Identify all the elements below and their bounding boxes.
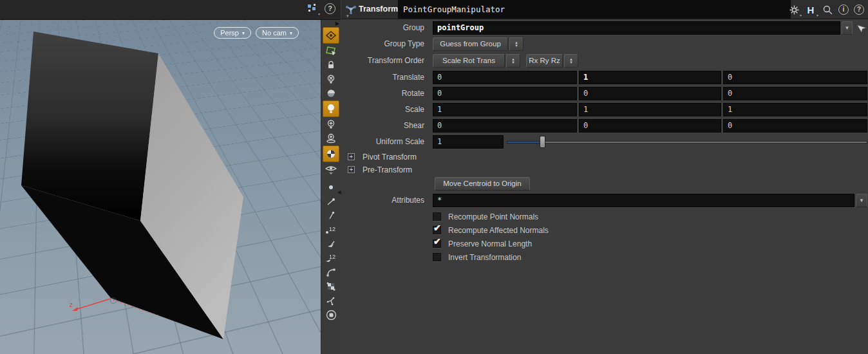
transform-order-menu[interactable]: Scale Rot Trans (433, 54, 505, 68)
rotate-z-field[interactable]: 0 (723, 87, 867, 100)
z-axis-line (75, 299, 111, 310)
group-selection-icon[interactable] (323, 308, 340, 322)
translate-x-field[interactable]: 0 (433, 71, 577, 84)
uniform-scale-slider-track[interactable] (507, 141, 867, 144)
translate-z-field[interactable]: 0 (723, 71, 867, 84)
group-type-label: Group Type (341, 37, 424, 51)
invert-transformation-checkbox[interactable]: ✔ (433, 253, 441, 261)
display-materials-icon[interactable] (323, 145, 339, 162)
scale-y-field[interactable]: 1 (579, 103, 721, 116)
rotate-order-spinner[interactable]: ▲ ▼ (564, 54, 578, 68)
display-origins-icon[interactable] (323, 293, 340, 308)
recompute-affected-normals-checkbox[interactable]: ✔ (433, 226, 441, 234)
node-type-title: Transform (359, 5, 398, 14)
pivot-transform-folder[interactable]: + Pivot Transform (341, 152, 868, 162)
spinner-down-icon: ▼ (514, 44, 518, 48)
svg-text:12: 12 (329, 226, 335, 232)
uniform-scale-slider-handle[interactable] (540, 136, 545, 148)
group-label: Group (341, 21, 424, 35)
hq-lighting-shadows-icon[interactable] (323, 131, 340, 145)
scale-z-field[interactable]: 1 (723, 103, 867, 116)
pre-transform-label: Pre-Transform (363, 165, 412, 175)
parameters-pane: ▾ Transform ▾ H ▾ i ? (341, 0, 868, 354)
parameter-list: Group pointGroup ▼ Group Type Guess from… (341, 19, 868, 354)
select-arrow-icon[interactable] (856, 22, 868, 37)
prim-numbers-icon[interactable]: 12 (323, 251, 340, 265)
display-options-toolbar: ▶ (321, 20, 341, 354)
curve-hulls-icon[interactable] (323, 265, 340, 279)
attributes-dropdown-button[interactable]: ▼ (856, 194, 867, 207)
pre-transform-folder[interactable]: + Pre-Transform (341, 165, 868, 175)
svg-text:12: 12 (329, 254, 335, 260)
pivot-transform-label: Pivot Transform (363, 152, 417, 162)
camera-label: No cam (262, 29, 287, 37)
node-menu-caret-icon[interactable]: ▾ (346, 14, 349, 19)
hq-lighting-icon[interactable] (323, 117, 340, 131)
scene-view-pane: ▾ ? (0, 0, 341, 354)
projection-pill[interactable]: Persp ▾ (214, 27, 251, 39)
expand-plus-icon[interactable]: + (348, 166, 355, 173)
collapse-toolbar-arrow-icon[interactable]: ▶ (335, 21, 339, 27)
camera-caret-icon: ▾ (290, 30, 292, 36)
attributes-field[interactable]: * (433, 194, 854, 207)
point-trails-icon[interactable] (323, 209, 340, 223)
no-lighting-icon[interactable] (323, 72, 340, 86)
link-order-caret: ▾ (318, 12, 320, 16)
help-icon[interactable]: ? (854, 5, 864, 15)
shear-y-field[interactable]: 0 (579, 119, 721, 133)
secure-selection-icon[interactable] (323, 44, 340, 58)
3d-viewport[interactable]: z Persp ▾ No cam ▾ (0, 20, 321, 354)
uniform-scale-label: Uniform Scale (341, 135, 424, 149)
houdini-glyph: H (807, 5, 815, 15)
group-type-menu[interactable]: Guess from Group (433, 37, 508, 51)
spinner-down-icon: ▼ (569, 61, 573, 64)
point-normals-icon[interactable] (323, 194, 340, 209)
projection-caret-icon: ▾ (242, 30, 245, 36)
rotate-x-field[interactable]: 0 (433, 87, 577, 100)
recompute-point-normals-checkbox[interactable]: ✔ (433, 212, 441, 221)
transform-order-spinner[interactable]: ▲ ▼ (506, 54, 520, 68)
parameter-header-bar: ▾ Transform ▾ H ▾ i ? (341, 0, 868, 19)
info-icon[interactable]: i (838, 5, 849, 15)
gear-icon[interactable]: ▾ (788, 4, 800, 15)
z-axis-label: z (69, 301, 73, 308)
rotate-label: Rotate (341, 87, 424, 100)
group-type-spinner[interactable]: ▲ ▼ (509, 37, 524, 51)
translate-label: Translate (341, 71, 424, 84)
scale-x-field[interactable]: 1 (433, 103, 577, 116)
translate-y-field[interactable]: 1 (579, 71, 721, 84)
preserve-normal-length-checkbox[interactable]: ✔ (433, 239, 441, 248)
z-axis-arrowhead (72, 307, 78, 311)
display-textures-icon[interactable] (323, 279, 340, 293)
shear-x-field[interactable]: 0 (433, 119, 577, 133)
viewport-help-icon[interactable]: ? (325, 3, 335, 14)
transform-order-label: Transform Order (341, 54, 424, 68)
spinner-down-icon: ▼ (511, 61, 515, 64)
group-dropdown-button[interactable]: ▼ (842, 21, 853, 35)
node-name-input[interactable] (398, 0, 791, 19)
camera-pill[interactable]: No cam ▾ (256, 27, 299, 39)
houdini-help-icon[interactable]: H ▾ (805, 4, 816, 15)
link-order-glyph (307, 3, 317, 14)
normal-lighting-icon[interactable] (323, 100, 339, 117)
rotate-y-field[interactable]: 0 (579, 87, 721, 100)
headlight-only-icon[interactable] (323, 86, 340, 100)
expand-plus-icon[interactable]: + (348, 153, 355, 160)
show-handles-icon[interactable] (323, 27, 339, 44)
rotate-order-menu[interactable]: Rx Ry Rz (526, 54, 563, 68)
search-icon[interactable] (822, 4, 833, 15)
lock-camera-icon[interactable] (323, 58, 340, 72)
recompute-point-normals-label: Recompute Point Normals (448, 212, 538, 222)
prim-normals-icon[interactable] (323, 237, 340, 251)
uniform-scale-field[interactable]: 1 (433, 135, 504, 149)
point-numbers-icon[interactable]: 12 (323, 223, 340, 237)
uniform-scale-slider-fill (507, 141, 543, 144)
link-order-icon[interactable]: ▾ (307, 3, 318, 14)
shear-z-field[interactable]: 0 (723, 119, 867, 133)
check-icon: ✔ (433, 236, 441, 247)
group-field[interactable]: pointGroup (433, 21, 840, 35)
move-centroid-button[interactable]: Move Centroid to Origin (435, 177, 530, 191)
recompute-affected-normals-label: Recompute Affected Normals (448, 225, 549, 236)
visibility-options-icon[interactable] (323, 162, 340, 176)
cube-geometry[interactable]: z (0, 20, 321, 354)
